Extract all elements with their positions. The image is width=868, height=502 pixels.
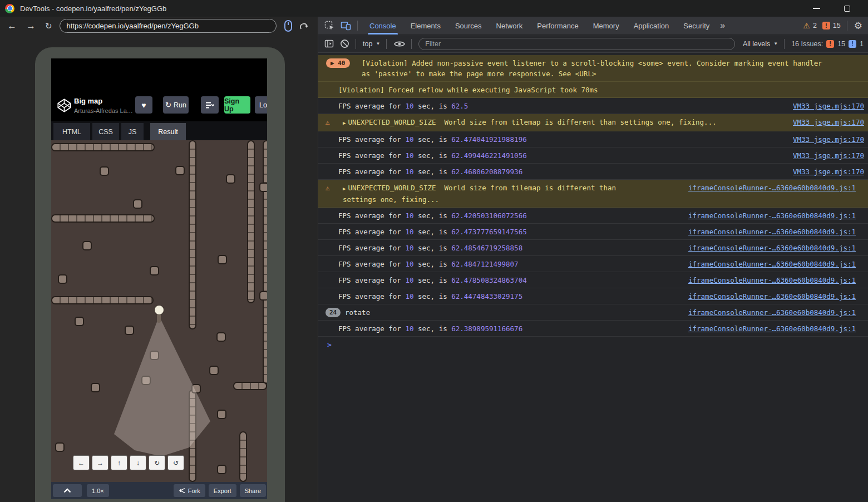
console-row: FPS average for 10 sec, is 62.3898959116…	[318, 321, 868, 337]
devtools-tab-sources[interactable]: Sources	[448, 17, 489, 35]
zoom-level-button[interactable]: 1.0×	[87, 484, 109, 497]
codepen-tab-bar: HTMLCSSJSResult	[51, 121, 267, 140]
devtools-tab-elements[interactable]: Elements	[403, 17, 448, 35]
rotate-ccw-key[interactable]: ↺	[167, 455, 184, 470]
source-link[interactable]: VM33 jsge.mjs:170	[793, 134, 864, 145]
source-link[interactable]: iframeConsoleRunner-…6360e60b0840d9.js:1	[688, 183, 856, 193]
url-bar[interactable]: https://codepen.io/yaalfred/pen/zYegGGb	[60, 19, 277, 33]
source-link[interactable]: VM33 jsge.mjs:170	[793, 166, 864, 177]
reload-button[interactable]: ↻	[45, 22, 52, 30]
game-controls: ←→↑↓↻↺	[73, 455, 184, 470]
filter-input[interactable]: Filter	[418, 38, 735, 50]
game-object	[175, 166, 185, 175]
source-link[interactable]: iframeConsoleRunner-…6360e60b0840d9.js:1	[688, 323, 856, 334]
heart-icon: ♥	[141, 101, 146, 110]
codepen-embed: Big map Arturas-Alfredas La… ♥ ↻ Run	[51, 58, 267, 499]
chrome-logo-icon	[5, 4, 14, 13]
game-object	[259, 183, 267, 192]
arrow-right-key[interactable]: →	[92, 455, 108, 470]
rotate-cw-key[interactable]: ↻	[149, 455, 165, 470]
source-link[interactable]: iframeConsoleRunner-…6360e60b0840d9.js:1	[688, 259, 856, 269]
source-link[interactable]: iframeConsoleRunner-…6360e60b0840d9.js:1	[688, 227, 856, 237]
repeat-count-badge[interactable]: ▶ 40	[326, 58, 350, 68]
console-prompt[interactable]: >	[318, 337, 868, 352]
editor-layout-button[interactable]	[201, 96, 219, 114]
mouse-icon[interactable]	[284, 20, 292, 32]
share-button[interactable]: Share	[240, 484, 266, 497]
inspect-element-icon[interactable]	[324, 21, 334, 31]
expand-triangle-icon[interactable]: ▶	[343, 186, 346, 191]
expand-triangle-icon[interactable]: ▶	[343, 120, 346, 126]
editor-layout-icon	[205, 101, 214, 109]
source-link[interactable]: VM33 jsge.mjs:170	[793, 101, 864, 111]
codepen-tab-js[interactable]: JS	[121, 123, 144, 140]
arrow-up-key[interactable]: ↑	[111, 455, 127, 470]
console-row: ⚠▶UNEXPECTED_WORLD_SIZE World size from …	[318, 180, 868, 208]
forward-button[interactable]: →	[26, 21, 36, 31]
game-object	[217, 410, 226, 419]
fork-button[interactable]: Fork	[174, 484, 205, 497]
minimize-button[interactable]	[813, 8, 820, 9]
source-link[interactable]: VM33 jsge.mjs:170	[793, 117, 864, 127]
warning-icon: ⚠	[326, 117, 330, 127]
log-in-button[interactable]: Log In	[255, 96, 267, 114]
sign-up-button[interactable]: Sign Up	[224, 96, 250, 114]
source-link[interactable]: iframeConsoleRunner-…6360e60b0840d9.js:1	[688, 243, 856, 253]
arrow-down-key[interactable]: ↓	[130, 455, 146, 470]
source-link[interactable]: iframeConsoleRunner-…6360e60b0840d9.js:1	[688, 291, 856, 302]
issues-counter[interactable]: 16 Issues: ! 15 ! 1	[791, 40, 864, 48]
chevron-down-icon: ▼	[376, 41, 380, 46]
game-wall	[247, 140, 255, 303]
console-row: FPS average for 10 sec, is 62.4740419219…	[318, 131, 868, 147]
codepen-tab-result[interactable]: Result	[150, 123, 186, 140]
browser-pane: ← → ↻ https://codepen.io/yaalfred/pen/zY…	[0, 17, 318, 502]
source-link[interactable]: iframeConsoleRunner-…6360e60b0840d9.js:1	[688, 307, 856, 318]
settings-gear-icon[interactable]: ⚙	[854, 20, 862, 32]
game-object	[75, 317, 84, 326]
game-object	[226, 174, 235, 184]
run-button[interactable]: ↻ Run	[163, 96, 189, 114]
source-link[interactable]: iframeConsoleRunner-…6360e60b0840d9.js:1	[688, 275, 856, 286]
console-message-text: [Violation] Added non-passive event list…	[362, 58, 832, 79]
source-link[interactable]: iframeConsoleRunner-…6360e60b0840d9.js:1	[688, 210, 856, 221]
fps-value: 62.46806208879936	[451, 168, 522, 176]
fps-value: 62.44748433029175	[451, 292, 522, 301]
device-toolbar-icon[interactable]	[341, 21, 351, 31]
back-button[interactable]: ←	[7, 21, 17, 31]
game-object	[218, 255, 227, 264]
devtools-tab-console[interactable]: Console	[362, 17, 403, 35]
pen-title: Big map	[74, 97, 102, 105]
maximize-button[interactable]	[844, 6, 850, 12]
console-warnings-count[interactable]: ⚠ 2	[803, 21, 817, 30]
love-button[interactable]: ♥	[135, 96, 152, 114]
page-content: Big map Arturas-Alfredas La… ♥ ↻ Run	[0, 35, 318, 502]
game-canvas[interactable]: ←→↑↓↻↺	[51, 140, 267, 482]
codepen-tab-html[interactable]: HTML	[53, 123, 90, 140]
log-levels-selector[interactable]: All levels ▼	[743, 40, 778, 48]
live-expression-eye-icon[interactable]	[394, 40, 405, 48]
devtools-tab-network[interactable]: Network	[489, 17, 530, 35]
number-value: 10	[405, 292, 413, 301]
collapse-button[interactable]	[53, 484, 82, 497]
gesture-icon[interactable]	[299, 20, 309, 31]
more-tabs-button[interactable]: »	[720, 21, 725, 31]
console-message-text: FPS average for 10 sec, is 62.5	[338, 101, 468, 111]
number-value: 10	[405, 102, 413, 110]
clear-console-icon[interactable]	[340, 39, 349, 48]
arrow-left-key[interactable]: ←	[73, 455, 90, 470]
codepen-tab-css[interactable]: CSS	[92, 123, 119, 140]
number-value: 10	[405, 244, 413, 252]
game-wall	[189, 390, 196, 482]
console-sidebar-icon[interactable]	[324, 40, 334, 48]
devtools-tab-application[interactable]: Application	[627, 17, 677, 35]
game-object	[133, 199, 142, 209]
console-errors-count[interactable]: ! 15	[822, 22, 841, 29]
number-value: 10	[405, 276, 413, 284]
devtools-tab-performance[interactable]: Performance	[530, 17, 585, 35]
context-selector[interactable]: top ▼	[363, 40, 380, 48]
source-link[interactable]: VM33 jsge.mjs:170	[793, 150, 864, 161]
export-button[interactable]: Export	[209, 484, 236, 497]
console-message-text: rotate	[345, 307, 370, 318]
devtools-tab-memory[interactable]: Memory	[586, 17, 627, 35]
devtools-tab-security[interactable]: Security	[676, 17, 717, 35]
